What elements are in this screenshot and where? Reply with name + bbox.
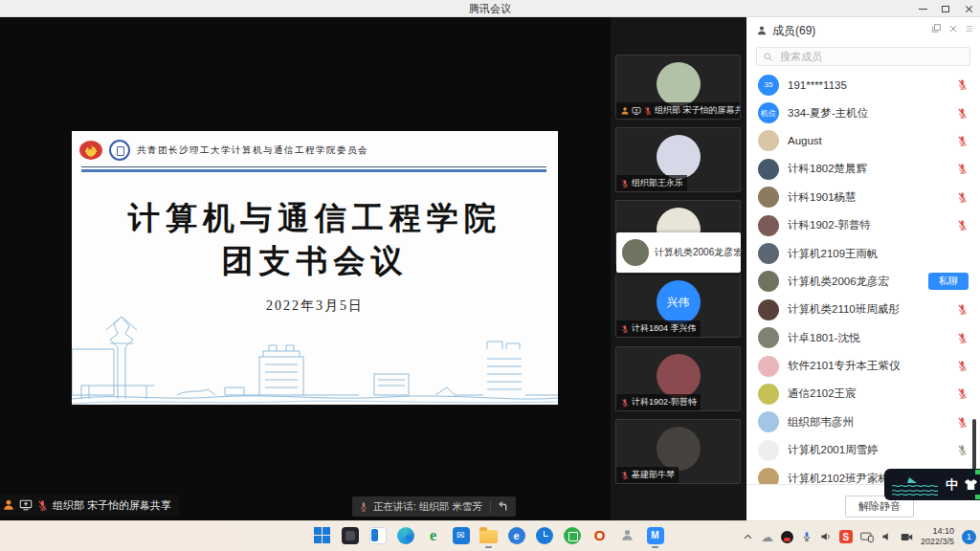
mic-off-icon xyxy=(620,179,630,188)
member-avatar: 机位 xyxy=(758,102,779,123)
private-chat-button[interactable]: 私聊 xyxy=(928,273,969,290)
member-row[interactable]: 计算机类2006龙彦宏 私聊 xyxy=(746,268,980,296)
video-tile[interactable]: 组织部 宋子怡的屏幕共享 xyxy=(615,55,741,120)
mic-off-icon xyxy=(955,303,969,316)
tooltip-name: 计算机类2006龙彦宏 xyxy=(655,246,743,259)
member-avatar xyxy=(758,130,779,151)
close-button[interactable] xyxy=(957,0,980,17)
mail-button[interactable]: ✉ xyxy=(451,525,471,545)
cast-tray-icon[interactable] xyxy=(860,531,874,542)
file-explorer-button[interactable] xyxy=(479,525,499,545)
participant-avatar xyxy=(622,239,649,266)
participant-avatar xyxy=(657,135,701,179)
taskbar-app-blue-circle[interactable]: e xyxy=(506,525,526,545)
participant-avatar xyxy=(657,427,701,471)
screen-share-banner: 组织部 宋子怡的屏幕共享 xyxy=(0,495,179,516)
mic-off-icon xyxy=(955,444,969,456)
ime-skin-icon[interactable] xyxy=(964,478,978,491)
mic-off-icon xyxy=(620,471,630,480)
member-row[interactable]: 35 191****1135 xyxy=(746,71,980,99)
video-tile-label: 组织部王永乐 xyxy=(616,175,687,191)
member-row[interactable]: 通信2102王宸 xyxy=(746,380,980,408)
member-avatar xyxy=(758,243,779,264)
search-input[interactable] xyxy=(778,50,950,63)
edge-button[interactable] xyxy=(395,525,415,545)
qq-tray-icon[interactable] xyxy=(781,531,793,543)
tray-date: 2022/3/5 xyxy=(921,537,954,547)
tray-clock[interactable]: 14:10 2022/3/5 xyxy=(921,526,954,548)
video-tile[interactable]: 组织部王永乐 xyxy=(615,127,741,192)
member-name: 334-夏梦-主机位 xyxy=(788,106,947,121)
cloud-tray-icon[interactable]: ☁ xyxy=(761,530,773,544)
member-avatar xyxy=(758,384,779,405)
panel-menu-icon[interactable] xyxy=(965,24,974,33)
mic-tray-icon[interactable] xyxy=(801,531,813,542)
member-row[interactable]: August xyxy=(746,127,980,155)
member-row[interactable]: 计算机2001周雪婷 xyxy=(746,436,980,464)
taskbar: e ✉ e O M ☁ S xyxy=(0,520,980,551)
member-avatar xyxy=(758,440,779,461)
participant-name: 计科1902-郭普特 xyxy=(632,396,697,408)
member-row[interactable]: 计算机2109王雨帆 xyxy=(746,239,980,267)
camera-tray-icon[interactable] xyxy=(901,532,913,542)
video-tile[interactable]: 计科1902-郭普特 xyxy=(615,346,741,411)
shared-screen-area: 共青团长沙理工大学计算机与通信工程学院委员会 计算机与通信工程学院 团支书会议 … xyxy=(0,17,611,520)
taskbar-app-person[interactable] xyxy=(617,525,637,545)
close-icon xyxy=(965,5,973,13)
video-tile[interactable]: 基建部牛琴 xyxy=(615,419,741,484)
notification-badge[interactable]: 1 xyxy=(962,530,976,544)
tencent-meeting-button[interactable]: M xyxy=(645,525,665,545)
member-avatar xyxy=(758,271,779,292)
speaker-tray-icon[interactable] xyxy=(881,531,893,542)
share-banner-label: 组织部 宋子怡的屏幕共享 xyxy=(53,498,171,513)
presenter-member-icon xyxy=(2,498,15,512)
member-row[interactable]: 组织部韦彦州 xyxy=(746,408,980,436)
member-row[interactable]: 机位 334-夏梦-主机位 xyxy=(746,99,980,126)
members-icon xyxy=(756,25,768,36)
member-row[interactable]: 计科1901杨慧 xyxy=(746,184,980,211)
member-row[interactable]: 软件2101专升本王紫仪 xyxy=(746,352,980,380)
slide-title: 计算机与通信工程学院 团支书会议 xyxy=(72,197,558,282)
minimize-button[interactable] xyxy=(911,0,934,17)
collapse-arrow-button[interactable] xyxy=(491,500,516,513)
sogou-tray-icon[interactable]: S xyxy=(839,530,853,543)
taskbar-app-green[interactable] xyxy=(562,525,582,545)
members-panel: 成员(69) 35 191****1135 xyxy=(746,17,980,520)
member-row[interactable]: 计卓1801-沈悦 xyxy=(746,324,980,352)
popout-panel-icon[interactable] xyxy=(931,23,942,33)
window-titlebar: 腾讯会议 xyxy=(0,0,980,17)
mic-off-icon xyxy=(36,499,49,512)
taskbar-app-dark[interactable] xyxy=(340,525,360,545)
member-row[interactable]: 计算机类2110班周威彤 xyxy=(746,296,980,323)
clock-app-button[interactable] xyxy=(534,525,554,545)
maximize-button[interactable] xyxy=(934,0,957,17)
video-tile[interactable]: 兴伟 计科1804 李兴伟 xyxy=(615,273,741,338)
member-row[interactable]: 计科1802楚晨辉 xyxy=(746,155,980,183)
member-avatar xyxy=(758,159,779,180)
close-panel-icon[interactable] xyxy=(948,24,958,33)
start-button[interactable] xyxy=(312,525,332,545)
ime-mode-indicator[interactable]: 中 xyxy=(946,476,958,494)
member-avatar xyxy=(758,187,779,208)
youth-league-logo-icon xyxy=(79,141,102,160)
ime-statusbar[interactable]: 中 xyxy=(884,469,980,500)
participant-name: 组织部王永乐 xyxy=(632,177,683,189)
task-view-button[interactable] xyxy=(368,525,388,545)
mic-off-icon xyxy=(955,387,969,400)
member-name: 软件2101专升本王紫仪 xyxy=(788,359,947,373)
member-name: 计算机类2110班周威彤 xyxy=(788,302,947,317)
member-row[interactable]: 计科1902-郭普特 xyxy=(746,211,980,239)
tray-chevron-icon[interactable] xyxy=(743,532,753,542)
blue-circle-app-icon: e xyxy=(508,527,525,544)
office-button[interactable]: O xyxy=(590,525,610,545)
ie-button[interactable]: e xyxy=(423,525,443,545)
member-avatar: 35 xyxy=(758,75,779,96)
minimize-icon xyxy=(919,9,927,10)
mic-off-icon xyxy=(643,106,653,116)
member-search-box[interactable] xyxy=(756,47,970,66)
ime-skin-wave-icon xyxy=(890,474,940,496)
member-name-tooltip: 计算机类2006龙彦宏 xyxy=(616,232,741,273)
mic-off-icon xyxy=(620,324,630,334)
search-icon xyxy=(763,52,773,62)
volume-tray-icon[interactable] xyxy=(820,531,832,542)
